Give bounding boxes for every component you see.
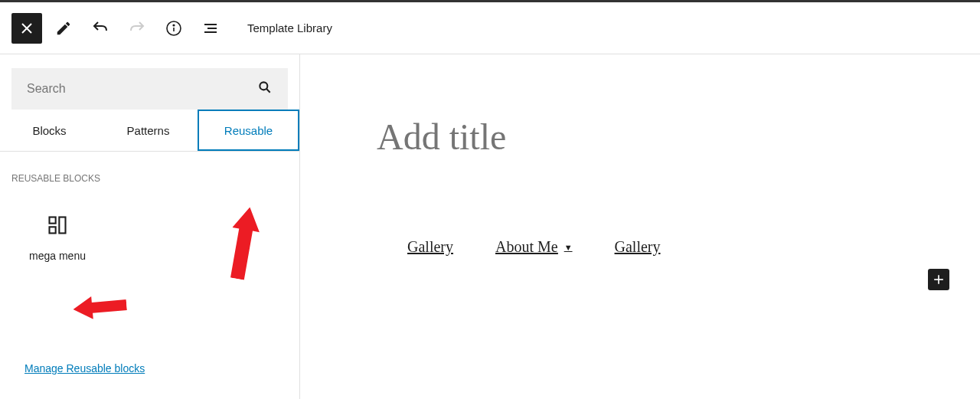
info-button[interactable]: [158, 13, 189, 44]
main-area: Blocks Patterns Reusable Reusable Blocks…: [0, 54, 980, 399]
nav-item-about-me[interactable]: About Me ▼: [495, 238, 573, 256]
tab-patterns[interactable]: Patterns: [99, 110, 198, 151]
inserter-tabs: Blocks Patterns Reusable: [0, 110, 299, 152]
add-block-button[interactable]: [928, 269, 949, 290]
nav-item-gallery-2[interactable]: Gallery: [615, 238, 661, 256]
search-icon[interactable]: [257, 80, 273, 98]
block-item-label: mega menu: [19, 250, 96, 262]
svg-line-9: [266, 89, 270, 93]
svg-rect-11: [50, 227, 56, 233]
editor-canvas: Add title Gallery About Me ▼ Gallery: [300, 54, 980, 399]
block-inserter-sidebar: Blocks Patterns Reusable Reusable Blocks…: [0, 54, 300, 399]
nav-item-gallery[interactable]: Gallery: [407, 238, 453, 256]
manage-reusable-link[interactable]: Manage Reusable blocks: [24, 362, 145, 374]
edit-icon[interactable]: [48, 13, 79, 44]
chevron-down-icon: ▼: [564, 243, 573, 252]
outline-button[interactable]: [195, 13, 226, 44]
search-box: [11, 68, 288, 110]
top-toolbar: Template Library: [0, 2, 980, 54]
redo-button[interactable]: [122, 13, 152, 44]
svg-marker-14: [72, 293, 127, 321]
annotation-arrow-icon: [224, 204, 274, 283]
section-title: Reusable Blocks: [11, 173, 288, 184]
block-item-mega-menu[interactable]: mega menu: [19, 214, 96, 262]
svg-point-4: [173, 25, 175, 26]
svg-marker-13: [224, 204, 263, 281]
undo-button[interactable]: [85, 13, 116, 44]
annotation-arrow-icon: [71, 286, 127, 321]
reusable-block-icon: [47, 214, 68, 236]
svg-rect-10: [50, 217, 56, 224]
close-inserter-button[interactable]: [11, 13, 42, 44]
navigation-block: Gallery About Me ▼ Gallery: [407, 238, 949, 256]
svg-point-8: [260, 82, 267, 90]
template-library-link[interactable]: Template Library: [247, 21, 332, 34]
svg-rect-12: [59, 217, 65, 234]
search-input[interactable]: [27, 82, 257, 96]
tab-blocks[interactable]: Blocks: [0, 110, 99, 151]
tab-reusable[interactable]: Reusable: [198, 110, 299, 151]
post-title-input[interactable]: Add title: [377, 116, 949, 158]
nav-item-label: About Me: [495, 238, 558, 256]
